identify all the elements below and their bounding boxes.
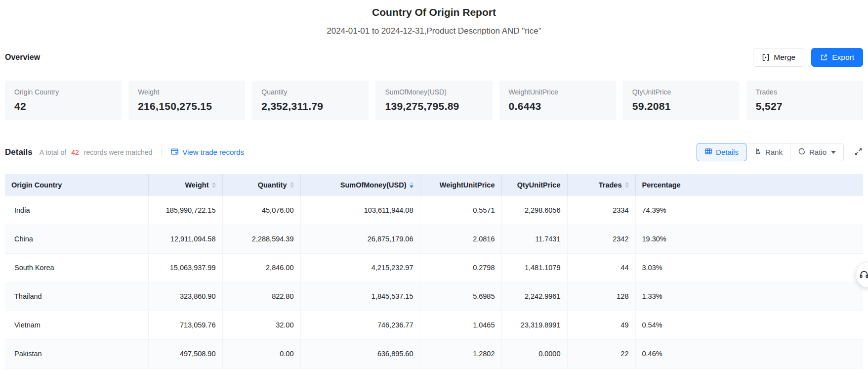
- cell-percentage: 0.46%: [635, 339, 863, 368]
- summary-prefix: A total of: [40, 148, 66, 156]
- stat-card-label: SumOfMoney(USD): [385, 88, 483, 96]
- cell-weightunitprice: 2.0816: [420, 225, 501, 253]
- stat-card-label: WeightUnitPrice: [509, 88, 607, 96]
- cell-origin-country: South Korea: [5, 253, 148, 282]
- cell-origin-country: Pakistan: [5, 339, 148, 368]
- cell-qtyunitprice: 23,319.8991: [501, 311, 567, 339]
- fullscreen-button[interactable]: [854, 147, 863, 158]
- cell-quantity: 45,076.00: [222, 196, 300, 225]
- sort-carets-icon[interactable]: [410, 182, 413, 188]
- merge-button-label: Merge: [774, 53, 795, 62]
- cell-percentage: 3.03%: [635, 253, 863, 282]
- cell-origin-country: Thailand: [5, 282, 148, 311]
- stat-card-value: 0.6443: [509, 100, 607, 112]
- table-icon: [704, 147, 712, 157]
- cell-weightunitprice: 1.0465: [420, 311, 501, 339]
- cell-weight: 323,860.90: [148, 282, 222, 311]
- table-row-india[interactable]: India185,990,722.1545,076.00103,611,944.…: [5, 196, 863, 225]
- column-header-origin-country: Origin Country: [5, 174, 148, 196]
- cell-quantity: 32.00: [222, 311, 300, 339]
- stat-card-value: 139,275,795.89: [385, 100, 483, 112]
- cell-qtyunitprice: 11.7431: [501, 225, 567, 253]
- cell-weightunitprice: 5.6985: [420, 282, 501, 311]
- column-header-weightunitprice: WeightUnitPrice: [420, 174, 501, 196]
- column-header-label: Trades: [599, 181, 622, 189]
- headset-icon: [859, 270, 868, 281]
- stat-card-weight: Weight216,150,275.15: [128, 81, 245, 120]
- cell-weight: 12,911,094.58: [148, 225, 222, 253]
- details-summary: Details A total of 42 records were match…: [5, 147, 244, 157]
- table-header-row: Origin CountryWeightQuantitySumOfMoney(U…: [5, 174, 863, 196]
- column-header-sumofmoney-usd[interactable]: SumOfMoney(USD): [300, 174, 420, 196]
- cell-sumofmoney-usd: 746,236.77: [300, 311, 420, 339]
- stat-card-value: 216,150,275.15: [138, 100, 236, 112]
- external-link-icon: [820, 53, 828, 61]
- view-trade-records-link[interactable]: View trade records: [170, 147, 244, 157]
- matched-count: 42: [71, 148, 79, 156]
- stat-card-trades: Trades5,527: [746, 81, 863, 120]
- cell-weight: 497,508.90: [148, 339, 222, 368]
- column-header-trades[interactable]: Trades: [567, 174, 635, 196]
- column-header-qtyunitprice: QtyUnitPrice: [501, 174, 567, 196]
- table-row-pakistan[interactable]: Pakistan497,508.900.00636,895.601.28020.…: [5, 339, 863, 368]
- merge-cells-icon: [762, 53, 770, 61]
- stat-card-weightunitprice: WeightUnitPrice0.6443: [499, 81, 616, 120]
- cell-weightunitprice: 0.2798: [420, 253, 501, 282]
- cell-weightunitprice: 1.2802: [420, 339, 501, 368]
- cell-percentage: 74.39%: [635, 196, 863, 225]
- cell-weight: 15,063,937.99: [148, 253, 222, 282]
- table-row-thailand[interactable]: Thailand323,860.90822.801,845,537.155.69…: [5, 282, 863, 311]
- export-button[interactable]: Export: [811, 48, 863, 67]
- stat-card-label: Quantity: [261, 88, 359, 96]
- column-header-label: QtyUnitPrice: [517, 181, 561, 189]
- cell-quantity: 0.00: [222, 339, 300, 368]
- cell-quantity: 822.80: [222, 282, 300, 311]
- merge-button[interactable]: Merge: [753, 48, 804, 67]
- stat-card-label: Weight: [138, 88, 236, 96]
- cell-trades: 49: [567, 311, 635, 339]
- column-header-quantity[interactable]: Quantity: [222, 174, 300, 196]
- cell-qtyunitprice: 2,298.6056: [501, 196, 567, 225]
- sort-carets-icon[interactable]: [625, 182, 629, 188]
- fullscreen-expand-icon: [854, 147, 863, 158]
- overview-header-row: Overview Merge Export: [5, 48, 863, 67]
- rank-bars-icon: [754, 147, 762, 157]
- stat-card-qtyunitprice: QtyUnitPrice59.2081: [623, 81, 740, 120]
- table-row-china[interactable]: China12,911,094.582,288,594.3926,875,179…: [5, 225, 863, 253]
- column-header-label: SumOfMoney(USD): [340, 181, 407, 189]
- table-row-south-korea[interactable]: South Korea15,063,937.992,846.004,215,23…: [5, 253, 863, 282]
- view-mode-group: Details Rank Ratio: [697, 143, 844, 161]
- cell-qtyunitprice: 1,481.1079: [501, 253, 567, 282]
- cell-trades: 2334: [567, 196, 635, 225]
- details-heading: Details: [5, 147, 33, 157]
- cell-quantity: 2,846.00: [222, 253, 300, 282]
- cell-origin-country: China: [5, 225, 148, 253]
- vertical-divider: [161, 148, 162, 156]
- tab-ratio[interactable]: Ratio: [790, 143, 844, 161]
- stat-card-origin-country: Origin Country42: [5, 81, 122, 120]
- view-switcher: Details Rank Ratio: [697, 143, 863, 161]
- cell-percentage: 1.33%: [635, 282, 863, 311]
- cell-sumofmoney-usd: 636,895.60: [300, 339, 420, 368]
- toolbar: Merge Export: [753, 48, 863, 67]
- stat-card-label: Origin Country: [14, 88, 112, 96]
- cell-trades: 22: [567, 339, 635, 368]
- stat-card-value: 59.2081: [632, 100, 730, 112]
- tab-details[interactable]: Details: [697, 143, 746, 161]
- summary-suffix: records were matched: [84, 148, 153, 156]
- column-header-weight[interactable]: Weight: [148, 174, 222, 196]
- column-header-label: Origin Country: [11, 181, 62, 189]
- cell-quantity: 2,288,594.39: [222, 225, 300, 253]
- view-trade-records-label: View trade records: [182, 148, 244, 156]
- sort-carets-icon[interactable]: [212, 182, 216, 188]
- sort-carets-icon[interactable]: [290, 182, 294, 188]
- stat-card-value: 2,352,311.79: [261, 100, 359, 112]
- cell-sumofmoney-usd: 1,845,537.15: [300, 282, 420, 311]
- column-header-percentage: Percentage: [635, 174, 863, 196]
- tab-rank[interactable]: Rank: [746, 143, 790, 161]
- column-header-label: Percentage: [642, 181, 681, 189]
- cell-qtyunitprice: 0.0000: [501, 339, 567, 368]
- tab-ratio-label: Ratio: [809, 148, 827, 156]
- trade-records-icon: [170, 147, 179, 157]
- table-row-vietnam[interactable]: Vietnam713,059.7632.00746,236.771.046523…: [5, 311, 863, 339]
